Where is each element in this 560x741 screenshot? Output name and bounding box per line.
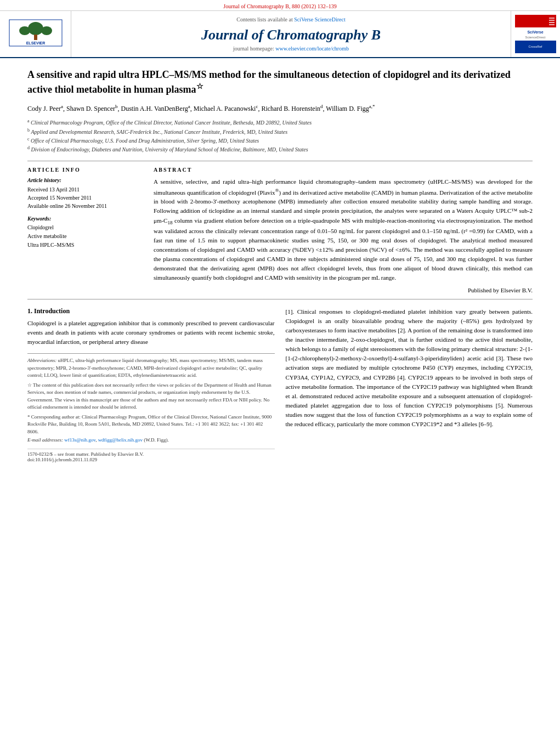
body-right-col: [1]. Clinical responses to clopidogrel-m…: [286, 307, 533, 462]
published-by: Published by Elsevier B.V.: [154, 287, 533, 293]
received-date: Received 13 April 2011: [27, 185, 143, 194]
email-link-2[interactable]: wdfigg@helix.nih.gov: [98, 437, 143, 443]
svg-rect-11: [549, 18, 555, 19]
footnotes: Abbreviations: uHPLC, ultra-high perform…: [27, 353, 275, 444]
journal-citation: Journal of Chromatography B, 880 (2012) …: [223, 3, 336, 9]
journal-right-logo-svg: SciVerse ScienceDirect CrossRef: [515, 15, 556, 53]
keyword-2: Active metabolite: [27, 232, 143, 241]
footnote-star-text: ☆ The content of this publication does n…: [27, 382, 275, 411]
keyword-3: Ultra HPLC–MS/MS: [27, 241, 143, 250]
svg-rect-13: [549, 22, 555, 23]
article-info-abstract-section: ARTICLE INFO Article history: Received 1…: [27, 167, 533, 294]
journal-homepage-link[interactable]: www.elsevier.com/locate/chromb: [275, 46, 349, 52]
svg-text:ScienceDirect: ScienceDirect: [525, 36, 545, 39]
journal-right-logo: SciVerse ScienceDirect CrossRef: [511, 11, 560, 57]
svg-point-2: [28, 22, 43, 35]
svg-text:SciVerse: SciVerse: [527, 30, 543, 34]
section1-title: 1. Introduction: [27, 307, 275, 315]
svg-rect-3: [34, 35, 37, 40]
keywords-label: Keywords:: [27, 216, 143, 222]
elsevier-logo-svg: ELSEVIER: [8, 19, 63, 47]
journal-title: Journal of Chromatography B: [201, 27, 381, 43]
body-section: 1. Introduction Clopidogrel is a platele…: [27, 307, 533, 462]
article-title: A sensitive and rapid ultra HPLC–MS/MS m…: [27, 68, 533, 97]
article-info-heading: ARTICLE INFO: [27, 167, 143, 173]
section1-right-text: [1]. Clinical responses to clopidogrel-m…: [286, 307, 533, 429]
svg-point-4: [19, 26, 30, 35]
email-link-1[interactable]: wf13s@nih.gov: [64, 437, 95, 443]
svg-rect-14: [549, 24, 555, 25]
elsevier-logo-area: ELSEVIER: [0, 11, 71, 57]
abstract-col: ABSTRACT A sensitive, selective, and rap…: [154, 167, 533, 294]
footnote-abbreviations: Abbreviations: uHPLC, ultra-high perform…: [27, 357, 275, 380]
abstract-text: A sensitive, selective, and rapid ultra–…: [154, 177, 533, 283]
journal-top-bar: Journal of Chromatography B, 880 (2012) …: [0, 0, 560, 11]
svg-rect-8: [515, 15, 556, 27]
sciverse-link[interactable]: SciVerse ScienceDirect: [294, 16, 346, 22]
issn-text: 1570-0232/$ – see front matter. Publishe…: [27, 451, 275, 457]
affiliations: a Clinical Pharmacology Program, Office …: [27, 118, 533, 154]
authors-line: Cody J. Peera, Shawn D. Spencerb, Dustin…: [27, 103, 533, 114]
doi-text: doi:10.1016/j.jchromb.2011.11.029: [27, 457, 275, 462]
journal-homepage-line: journal homepage: www.elsevier.com/locat…: [233, 46, 349, 52]
available-date: Available online 26 November 2011: [27, 202, 143, 210]
section1-left-text: Clopidogrel is a platelet aggregation in…: [27, 319, 275, 347]
keyword-1: Clopidogrel: [27, 223, 143, 232]
article-info-col: ARTICLE INFO Article history: Received 1…: [27, 167, 143, 294]
svg-text:ELSEVIER: ELSEVIER: [26, 41, 45, 45]
article-content: A sensitive and rapid ultra HPLC–MS/MS m…: [0, 58, 560, 473]
body-left-col: 1. Introduction Clopidogrel is a platele…: [27, 307, 275, 462]
abstract-heading: ABSTRACT: [154, 167, 533, 173]
sciverse-line: Contents lists available at SciVerse Sci…: [236, 16, 346, 22]
svg-rect-12: [549, 20, 555, 21]
accepted-date: Accepted 15 November 2011: [27, 194, 143, 202]
journal-header-center: Contents lists available at SciVerse Sci…: [71, 11, 511, 57]
page-wrapper: Journal of Chromatography B, 880 (2012) …: [0, 0, 560, 741]
article-history-label: Article history:: [27, 177, 143, 183]
title-superscript: ☆: [196, 82, 203, 90]
svg-point-5: [41, 26, 52, 35]
svg-text:CrossRef: CrossRef: [528, 45, 542, 48]
header-section: ELSEVIER Contents lists available at Sci…: [0, 11, 560, 58]
footnote-email: E-mail addresses: wf13s@nih.gov, wdfigg@…: [27, 437, 275, 444]
footnote-corresponding: * Corresponding author at: Clinical Phar…: [27, 414, 275, 436]
immediately-text: immediately: [297, 198, 327, 205]
issn-line: 1570-0232/$ – see front matter. Publishe…: [27, 449, 275, 462]
divider-after-affiliations: [27, 161, 533, 161]
divider-after-abstract: [27, 299, 533, 299]
